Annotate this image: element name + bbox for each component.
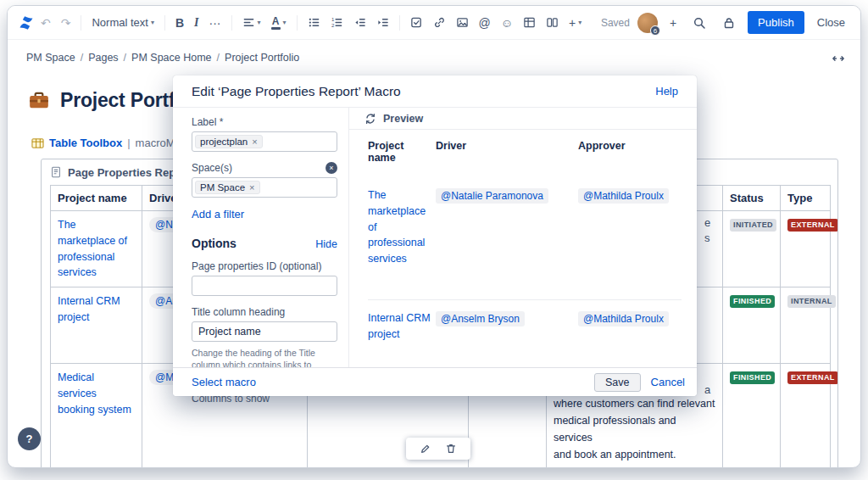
select-macro-link[interactable]: Select macro [192,376,256,388]
project-link[interactable]: Internal CRM project [58,293,135,326]
page-properties-id-input[interactable] [192,276,337,296]
page-properties-id-label: Page properties ID (optional) [192,260,337,272]
chevron-down-icon: ▾ [258,19,261,26]
trash-icon[interactable] [445,443,457,455]
cancel-link[interactable]: Cancel [651,376,685,388]
refresh-icon[interactable] [364,113,376,125]
toolbar-divider [164,15,165,31]
breadcrumb-separator: / [217,52,220,64]
mention-button[interactable]: @ [475,14,495,32]
label-input[interactable]: projectplan × [192,131,337,152]
preview-header-project: Project name [368,140,436,187]
preview-body: Project name Driver Approver The marketp… [349,130,697,342]
dialog-form: Label * projectplan × Space(s) × PM Spac… [192,113,337,408]
outdent-icon [353,16,366,29]
hide-options-link[interactable]: Hide [315,238,337,250]
mention-icon: @ [479,17,491,29]
table-floating-toolbar [406,438,470,460]
remove-chip-icon[interactable]: × [252,137,257,147]
breadcrumb: PM Space / Pages / PM Space Home / Proje… [26,52,299,64]
invite-button[interactable]: + [665,14,681,32]
text-fragment: s [704,232,710,244]
table-icon [523,16,536,29]
text-style-dropdown[interactable]: Normal text ▾ [87,13,158,32]
svg-text:2: 2 [331,22,335,28]
text-style-label: Normal text [92,16,147,29]
cell-project: Medical services booking system [51,364,142,469]
save-button[interactable]: Save [594,373,641,392]
bold-button[interactable]: B [171,14,188,32]
header-type: Type [781,186,831,211]
add-filter-link[interactable]: Add a filter [192,208,244,220]
breadcrumb-pages[interactable]: Pages [88,52,118,64]
toolbar-divider [297,15,298,31]
insert-more-button[interactable]: +▾ [565,14,586,32]
project-link[interactable]: The marketplace of professional services [368,187,432,267]
table-toolbox-link[interactable]: Table Toolbox [49,137,122,149]
help-link[interactable]: Help [655,85,678,98]
numbered-list-button[interactable]: 12 [326,13,348,32]
title-column-heading-input[interactable]: Project name [192,321,337,342]
preview-header-approver: Approver [578,140,682,187]
project-link[interactable]: Medical services booking system [58,370,135,417]
image-icon [456,16,469,29]
more-formatting-button[interactable]: ··· [205,14,225,32]
bullet-list-button[interactable] [303,13,325,32]
outdent-button[interactable] [349,13,370,32]
app-window: ↶ ↷ Normal text ▾ B I ··· ▾ A ▾ 12 @ ☺ [7,5,861,468]
redo-button[interactable]: ↷ [57,14,75,32]
insert-image-button[interactable] [452,13,473,32]
link-button[interactable] [429,13,450,32]
help-button[interactable]: ? [18,427,41,450]
cell-status: FINISHED [723,287,781,364]
dialog-title: Edit ‘Page Properties Report’ Macro [192,84,401,99]
numbered-list-icon: 12 [331,16,343,29]
insert-table-button[interactable] [519,13,540,32]
breadcrumb-separator: / [81,52,83,64]
search-button[interactable] [688,13,710,33]
mention-chip[interactable]: @Anselm Bryson [436,311,525,327]
remove-chip-icon[interactable]: × [249,182,254,193]
toolbar-divider [399,15,400,31]
link-icon [433,16,446,29]
undo-button[interactable]: ↶ [36,14,55,32]
restrictions-button[interactable] [718,13,740,33]
breadcrumb-project-portfolio[interactable]: Project Portfolio [225,52,299,64]
alignment-button[interactable]: ▾ [238,13,265,32]
text-color-button[interactable]: A ▾ [267,13,291,33]
redo-icon: ↷ [61,17,71,29]
preview-cell-approver: @Mathilda Proulx [578,299,682,342]
preview-label: Preview [383,113,423,125]
save-status-text: Saved [601,17,630,29]
title-column-heading-label: Title column heading [192,306,337,318]
status-badge: INITIATED [730,219,776,232]
publish-button[interactable]: Publish [748,11,804,34]
undo-icon: ↶ [41,17,51,29]
clear-spaces-icon[interactable]: × [326,162,337,174]
project-link[interactable]: Internal CRM project [368,310,432,343]
mention-chip[interactable]: @Mathilda Proulx [578,188,669,204]
toolbar-divider [231,15,232,31]
mention-chip[interactable]: @Mathilda Proulx [578,311,669,327]
emoji-button[interactable]: ☺ [497,14,517,32]
page-width-toggle-icon[interactable] [832,52,845,65]
edit-pencil-icon[interactable] [420,443,431,455]
label-field-label: Label * [192,116,337,128]
breadcrumb-pm-space[interactable]: PM Space [26,52,75,64]
breadcrumb-pm-space-home[interactable]: PM Space Home [131,52,211,64]
avatar[interactable]: 6 [637,13,658,33]
toolbox-separator: | [127,137,130,149]
spaces-input[interactable]: PM Space × [192,177,337,198]
text-fragment: e [704,216,710,229]
mention-chip[interactable]: @Natalie Paramonova [436,188,548,204]
italic-button[interactable]: I [190,14,203,32]
indent-icon [376,16,389,29]
confluence-logo-icon[interactable] [18,14,35,31]
project-link[interactable]: The marketplace of professional services [58,217,135,281]
chevron-down-icon: ▾ [578,19,581,26]
task-list-button[interactable] [406,13,427,32]
briefcase-icon [28,90,50,112]
close-button[interactable]: Close [812,11,850,34]
layouts-button[interactable] [542,13,563,32]
indent-button[interactable] [372,13,393,32]
